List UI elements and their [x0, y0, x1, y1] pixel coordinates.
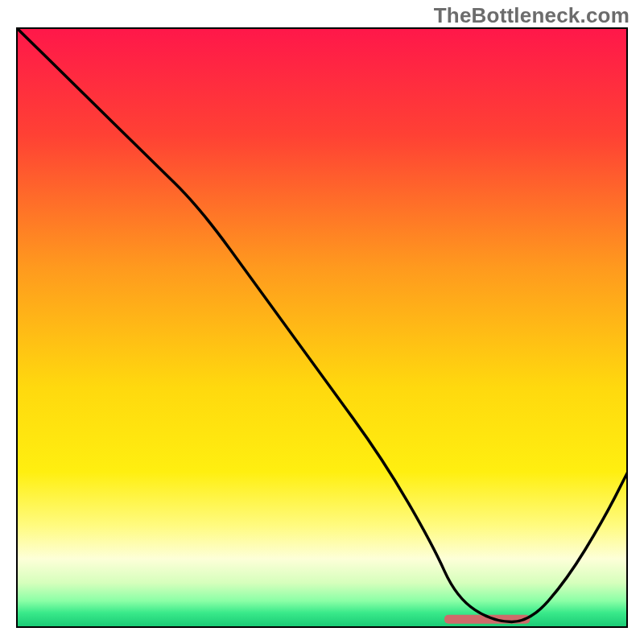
watermark-text: TheBottleneck.com [434, 3, 630, 28]
chart-stage: TheBottleneck.com [0, 0, 644, 644]
chart-svg [16, 27, 628, 628]
plot-frame [16, 27, 628, 628]
